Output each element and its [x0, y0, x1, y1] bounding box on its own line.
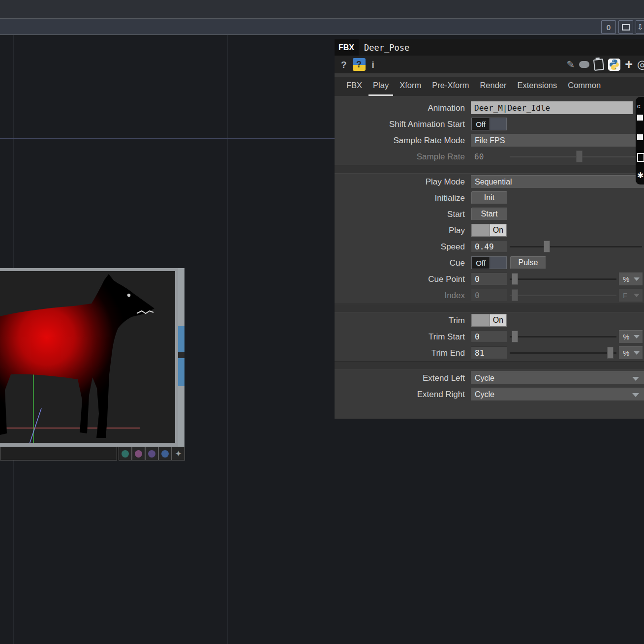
play-mode-dropdown[interactable]: Sequential	[471, 175, 644, 188]
flyout-square-icon[interactable]	[637, 134, 643, 140]
parameter-dialog: FBX Deer_Pose ? ? i ✎ + ◎ FBXPlayXformPr…	[335, 39, 644, 419]
viewer-dot-button[interactable]	[119, 447, 132, 460]
trim-toggle[interactable]: On	[471, 314, 507, 327]
grid-line-vertical	[227, 35, 228, 644]
index-field: 0	[471, 289, 507, 302]
scrollbar-segment[interactable]	[178, 326, 184, 352]
cue-pulse-button[interactable]: Pulse	[510, 256, 546, 269]
python-icon[interactable]	[608, 59, 620, 71]
param-row-index: Index 0 F	[335, 287, 644, 304]
color-dot-icon	[122, 450, 129, 458]
viewer-status-box[interactable]	[0, 447, 117, 460]
cue-point-unit-dropdown[interactable]: %	[619, 273, 643, 285]
tab-xform[interactable]: Xform	[395, 81, 426, 96]
cue-toggle[interactable]: Off	[471, 256, 507, 269]
viewer-dot-button[interactable]	[132, 447, 145, 460]
param-label: Speed	[335, 242, 468, 252]
param-row-speed: Speed 0.49	[335, 239, 644, 255]
param-row-sample-rate-mode: Sample Rate Mode File FPS	[335, 132, 644, 149]
speed-field[interactable]: 0.49	[471, 240, 507, 253]
param-row-trim-start: Trim Start 0 %	[335, 329, 644, 345]
param-row-play: Play On	[335, 222, 644, 239]
viewer-dot-button[interactable]	[158, 447, 172, 460]
shift-animation-start-toggle[interactable]: Off	[471, 118, 507, 130]
sample-rate-slider[interactable]	[510, 149, 644, 165]
animation-field[interactable]: Deer_M|Deer_Idle	[471, 101, 633, 114]
viewer-dot-button[interactable]	[145, 447, 158, 460]
geometry-viewer-frame	[0, 268, 178, 447]
flyout-copy-icon[interactable]: c	[637, 103, 641, 109]
copy-parameters-icon[interactable]	[593, 59, 604, 71]
param-label: Cue	[335, 258, 468, 268]
param-row-initialize: Initialize Init	[335, 190, 644, 206]
scrollbar-gap	[178, 352, 184, 358]
chevron-down-icon	[632, 393, 639, 397]
tab-extensions[interactable]: Extensions	[513, 81, 562, 96]
play-toggle[interactable]: On	[471, 224, 507, 237]
index-slider	[510, 287, 616, 304]
sample-rate-mode-dropdown[interactable]: File FPS	[471, 134, 644, 147]
group-separator	[335, 361, 644, 370]
grid-line-horizontal	[0, 567, 644, 567]
deer-render	[0, 271, 175, 443]
add-icon[interactable]: +	[625, 59, 633, 70]
tab-pre-xform[interactable]: Pre-Xform	[428, 81, 473, 96]
param-row-trim: Trim On	[335, 312, 644, 329]
extend-left-dropdown[interactable]: Cycle	[471, 371, 644, 384]
param-label: Initialize	[335, 193, 468, 203]
geometry-viewport[interactable]	[0, 271, 175, 443]
comment-icon[interactable]	[579, 61, 589, 68]
trim-start-field[interactable]: 0	[471, 330, 507, 343]
trim-start-unit-dropdown[interactable]: %	[619, 330, 643, 343]
operator-name[interactable]: Deer_Pose	[364, 43, 409, 53]
language-help-icon[interactable]: ?	[353, 58, 366, 71]
parameter-tabs: FBXPlayXformPre-XformRenderExtensionsCom…	[335, 77, 644, 96]
flyout-star-icon[interactable]: ✱	[637, 172, 644, 180]
viewer-scrollbar[interactable]	[178, 268, 184, 447]
param-label: Cue Point	[335, 275, 468, 284]
start-button[interactable]: Start	[471, 208, 507, 220]
operator-type-label: FBX	[335, 39, 359, 56]
tab-fbx[interactable]: FBX	[342, 81, 367, 96]
help-icon[interactable]: ?	[341, 60, 347, 69]
trim-start-slider[interactable]	[510, 329, 616, 345]
trim-end-unit-dropdown[interactable]: %	[619, 346, 643, 359]
chevron-down-icon	[632, 377, 639, 381]
parameter-rows: Animation Deer_M|Deer_Idle Shift Animati…	[335, 96, 644, 402]
parameter-dialog-titlebar[interactable]: FBX Deer_Pose	[335, 39, 644, 56]
param-row-start: Start Start	[335, 206, 644, 222]
maximize-icon[interactable]	[618, 20, 633, 34]
zero-counter-button[interactable]: 0	[601, 20, 616, 34]
param-row-trim-end: Trim End 81 %	[335, 345, 644, 361]
tab-common[interactable]: Common	[563, 81, 605, 96]
color-dot-icon	[135, 450, 142, 458]
init-button[interactable]: Init	[471, 191, 507, 204]
tab-play[interactable]: Play	[368, 81, 393, 96]
scrollbar-segment[interactable]	[178, 358, 184, 386]
viewer-star-button[interactable]: ✦	[172, 447, 185, 460]
param-label: Shift Animation Start	[335, 120, 468, 129]
target-icon[interactable]: ◎	[637, 59, 644, 70]
speed-slider[interactable]	[510, 239, 642, 255]
param-row-extend-right: Extend Right Cycle	[335, 386, 644, 402]
edit-icon[interactable]: ✎	[566, 59, 575, 70]
cue-point-field[interactable]: 0	[471, 273, 507, 285]
deer-eye	[127, 294, 130, 297]
info-icon[interactable]: i	[372, 60, 374, 69]
parameter-flyout-menu[interactable]: c ✱	[636, 97, 644, 184]
param-row-play-mode: Play Mode Sequential	[335, 174, 644, 190]
param-label: Trim Start	[335, 332, 468, 342]
trim-end-field[interactable]: 81	[471, 346, 507, 359]
param-row-sample-rate: Sample Rate 60	[335, 149, 644, 165]
trim-end-slider[interactable]	[510, 345, 616, 361]
param-row-animation: Animation Deer_M|Deer_Idle	[335, 100, 644, 116]
tab-render[interactable]: Render	[475, 81, 511, 96]
extend-right-dropdown[interactable]: Cycle	[471, 388, 644, 400]
cue-point-slider[interactable]	[510, 271, 616, 287]
param-label: Play Mode	[335, 177, 468, 187]
param-label: Trim	[335, 316, 468, 326]
flyout-page-icon[interactable]	[637, 153, 644, 162]
flyout-square-icon[interactable]	[637, 115, 643, 121]
viewer-bottom-bar: ✦	[0, 447, 184, 460]
dock-arrow-icon[interactable]: ⇩	[636, 20, 644, 34]
